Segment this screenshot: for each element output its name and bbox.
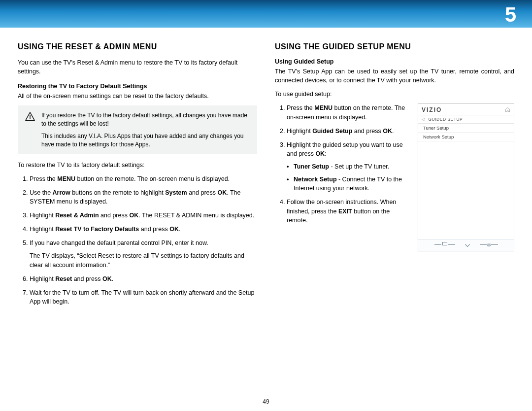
left-intro: You can use the TV's Reset & Admin menu …	[18, 58, 257, 76]
svg-rect-0	[30, 115, 31, 118]
wide-icon	[434, 243, 455, 247]
manual-page: 5 USING THE RESET & ADMIN MENU You can u…	[0, 0, 532, 411]
back-triangle-icon: ◁	[422, 117, 426, 122]
right-intro: The TV's Setup App can be used to easily…	[275, 67, 514, 85]
right-heading: USING THE GUIDED SETUP MENU	[275, 42, 514, 51]
warning-box: If you restore the TV to the factory def…	[18, 105, 257, 153]
right-column: USING THE GUIDED SETUP MENU Using Guided…	[275, 42, 514, 311]
chapter-number: 5	[505, 3, 516, 27]
right-step-2: Highlight Guided Setup and press OK.	[287, 127, 412, 136]
right-step-1: Press the MENU button on the remote. The…	[287, 103, 412, 121]
left-steps: Press the MENU button on the remote. The…	[18, 174, 257, 306]
chapter-banner: 5	[0, 0, 532, 28]
right-step-4: Follow the on-screen instructions. When …	[287, 198, 412, 224]
right-step-3-bullets: Tuner Setup - Set up the TV tuner. Netwo…	[287, 162, 412, 193]
tv-menu-item-network: Network Setup	[418, 133, 514, 141]
chevron-down-icon	[464, 243, 471, 248]
left-step-4: Highlight Reset TV to Factory Defaults a…	[30, 225, 257, 234]
right-subhead-1: Using Guided Setup	[275, 58, 514, 65]
tv-menu-body	[418, 141, 514, 240]
content-columns: USING THE RESET & ADMIN MENU You can use…	[0, 28, 532, 311]
vizio-logo: VIZIO	[422, 106, 442, 113]
warning-text-2: This includes any V.I.A. Plus Apps that …	[41, 132, 250, 149]
svg-rect-1	[30, 118, 31, 119]
left-step-3: Highlight Reset & Admin and press OK. Th…	[30, 211, 257, 220]
tv-menu-footer: ✲	[418, 240, 514, 251]
left-heading: USING THE RESET & ADMIN MENU	[18, 42, 257, 51]
right-step-3: Highlight the guided setup you want to u…	[287, 140, 412, 193]
home-icon	[505, 107, 510, 113]
right-lead: To use guided setup:	[275, 90, 514, 99]
left-step-7: Wait for the TV to turn off. The TV will…	[30, 288, 257, 306]
left-step-2: Use the Arrow buttons on the remote to h…	[30, 188, 257, 206]
tv-menu-screenshot: VIZIO ◁ GUIDED SETUP Tuner Setup Network…	[418, 103, 514, 251]
tv-menu-header: VIZIO	[418, 104, 514, 115]
right-steps-wrap: Press the MENU button on the remote. The…	[275, 103, 412, 251]
tv-menu-crumb-label: GUIDED SETUP	[429, 117, 463, 122]
left-step-1: Press the MENU button on the remote. The…	[30, 174, 257, 183]
warning-text-1: If you restore the TV to the factory def…	[41, 111, 250, 128]
left-subhead-1: Restoring the TV to Factory Default Sett…	[18, 83, 257, 90]
right-split: Press the MENU button on the remote. The…	[275, 103, 514, 251]
left-lead: To restore the TV to its factory default…	[18, 161, 257, 170]
bullet-tuner: Tuner Setup - Set up the TV tuner.	[294, 162, 412, 171]
page-number: 49	[0, 398, 532, 405]
left-step-5-note: The TV displays, “Select Reset to restor…	[30, 251, 257, 269]
warning-icon	[25, 111, 35, 128]
left-step-5: If you have changed the default parental…	[30, 239, 257, 269]
left-column: USING THE RESET & ADMIN MENU You can use…	[18, 42, 257, 311]
tv-menu-breadcrumb: ◁ GUIDED SETUP	[418, 115, 514, 124]
gear-icon: ✲	[480, 242, 498, 248]
left-step-6: Highlight Reset and press OK.	[30, 274, 257, 283]
right-steps: Press the MENU button on the remote. The…	[275, 103, 412, 224]
bullet-network: Network Setup - Connect the TV to the In…	[294, 175, 412, 193]
tv-menu-item-tuner: Tuner Setup	[418, 124, 514, 133]
left-sub1-p: All of the on-screen menu settings can b…	[18, 92, 257, 101]
